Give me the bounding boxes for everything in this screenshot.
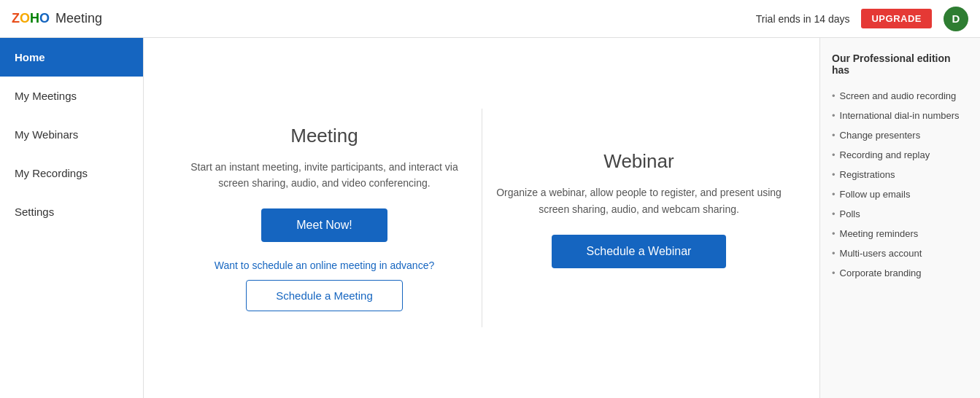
main-layout: Home My Meetings My Webinars My Recordin… xyxy=(0,38,980,398)
sidebar-item-home[interactable]: Home xyxy=(0,38,143,77)
header-right: Trial ends in 14 days UPGRADE D xyxy=(756,7,968,31)
feature-item: Screen and audio recording xyxy=(832,86,968,106)
upgrade-button[interactable]: UPGRADE xyxy=(861,9,932,28)
logo-h: H xyxy=(30,11,39,26)
sidebar-item-settings[interactable]: Settings xyxy=(0,192,143,231)
logo-area: ZOHO Meeting xyxy=(12,11,102,26)
zoho-logo: ZOHO xyxy=(12,11,50,26)
sidebar-item-my-meetings[interactable]: My Meetings xyxy=(0,77,143,115)
logo-z: Z xyxy=(12,11,20,26)
feature-item: International dial-in numbers xyxy=(832,106,968,125)
sidebar-item-my-recordings[interactable]: My Recordings xyxy=(0,154,143,192)
webinar-description: Organize a webinar, allow people to regi… xyxy=(493,184,785,217)
sidebar-item-my-webinars[interactable]: My Webinars xyxy=(0,115,143,154)
feature-item: Registrations xyxy=(832,165,968,184)
content-divider xyxy=(482,109,482,327)
content-area: Meeting Start an instant meeting, invite… xyxy=(144,38,819,398)
schedule-meeting-text: Want to schedule an online meeting in ad… xyxy=(215,260,434,271)
meeting-title: Meeting xyxy=(290,125,358,147)
feature-item: Meeting reminders xyxy=(832,224,968,243)
feature-item: Recording and replay xyxy=(832,145,968,165)
trial-text: Trial ends in 14 days xyxy=(756,13,850,25)
feature-item: Polls xyxy=(832,204,968,224)
sidebar: Home My Meetings My Webinars My Recordin… xyxy=(0,38,144,398)
feature-item: Follow up emails xyxy=(832,184,968,204)
header: ZOHO Meeting Trial ends in 14 days UPGRA… xyxy=(0,0,980,38)
webinar-title: Webinar xyxy=(603,150,674,173)
logo-o1: O xyxy=(20,11,30,26)
right-panel: Our Professional edition has Screen and … xyxy=(819,38,980,398)
schedule-meeting-button[interactable]: Schedule a Meeting xyxy=(246,280,403,311)
meeting-description: Start an instant meeting, invite partici… xyxy=(179,159,471,192)
feature-item: Multi-users account xyxy=(832,243,968,263)
webinar-card: Webinar Organize a webinar, allow people… xyxy=(493,150,785,286)
meeting-card: Meeting Start an instant meeting, invite… xyxy=(179,125,471,312)
meet-now-button[interactable]: Meet Now! xyxy=(261,208,387,242)
product-title: Meeting xyxy=(55,11,102,26)
schedule-webinar-button[interactable]: Schedule a Webinar xyxy=(552,235,727,268)
features-list: Screen and audio recordingInternational … xyxy=(832,86,968,283)
feature-item: Corporate branding xyxy=(832,263,968,283)
avatar[interactable]: D xyxy=(944,7,968,31)
feature-item: Change presenters xyxy=(832,125,968,145)
logo-o2: O xyxy=(39,11,50,26)
panel-title: Our Professional edition has xyxy=(832,52,968,76)
